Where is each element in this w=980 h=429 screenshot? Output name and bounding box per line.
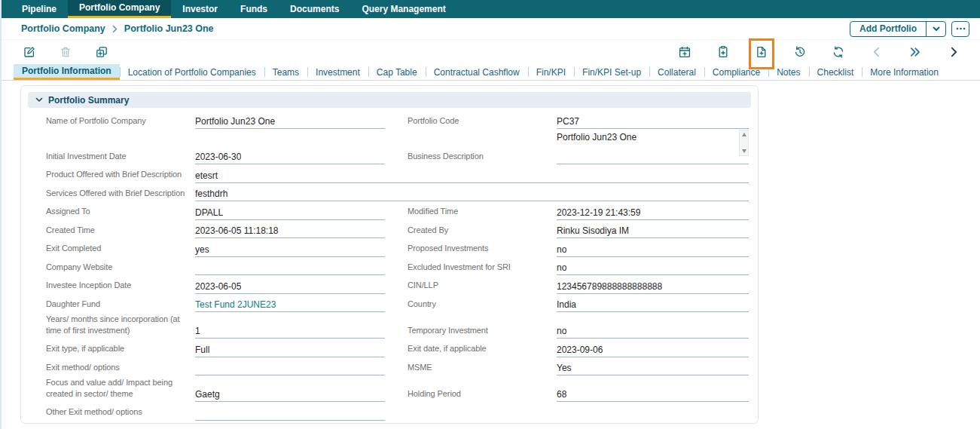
note-add-icon[interactable] (716, 45, 730, 59)
field-msme: Yes (557, 357, 749, 376)
field-value-services-offered-with-brief-description: festhdrh (195, 188, 227, 201)
field-value-focus-and-value-add-impact-being-created-in-sector-theme: Gaetg (195, 389, 220, 401)
tab-cap-table[interactable]: Cap Table (368, 64, 426, 80)
field-label-msme: MSME (408, 362, 557, 375)
add-portfolio-button[interactable]: Add Portfolio (850, 22, 926, 36)
tab-location-of-portfolio-companies[interactable]: Location of Portfolio Companies (120, 64, 264, 80)
sync-icon[interactable] (832, 45, 845, 59)
field-modified-time: 2023-12-19 21:43:59 (557, 201, 749, 220)
form-row: Exit method/ optionsMSMEYes (46, 357, 758, 376)
field-label-other-exit-method-options: Other Exit method/ options (46, 406, 195, 420)
double-chevron-right-icon[interactable] (908, 45, 922, 59)
field-daughter-fund: Test Fund 2JUNE23 (195, 294, 385, 313)
field-product-offered-with-brief-description: etesrt (195, 164, 749, 183)
form-row: Company WebsiteExcluded Investment for S… (46, 257, 758, 276)
nav-item-investor[interactable]: Investor (171, 0, 229, 18)
field-exit-completed: yes (195, 238, 385, 257)
collapse-chevron-icon[interactable] (35, 97, 43, 103)
field-link-daughter-fund[interactable]: Test Fund 2JUNE23 (195, 299, 276, 311)
calendar-add-icon[interactable] (678, 45, 691, 59)
nav-item-documents[interactable]: Documents (279, 0, 350, 18)
add-portfolio-dropdown-button[interactable] (926, 22, 945, 36)
field-label-product-offered-with-brief-description: Product Offered with Brief Description (46, 169, 195, 182)
field-holding-period: 68 (557, 375, 749, 402)
scroll-up-icon[interactable] (742, 133, 746, 136)
form-row: Created Time2023-06-05 11:18:18Created B… (46, 220, 758, 239)
field-label-excluded-investment-for-sri: Excluded Investment for SRI (408, 262, 557, 275)
form-row: Assigned ToDPALLModified Time2023-12-19 … (46, 201, 758, 220)
ellipsis-icon (956, 27, 966, 30)
field-assigned-to: DPALL (195, 201, 385, 220)
field-value-exit-completed: yes (195, 244, 209, 256)
nav-item-pipeline[interactable]: Pipeline (11, 0, 68, 18)
field-value-portfolio-code: PC37 (557, 116, 579, 128)
tab-contractual-cashflow[interactable]: Contractual Cashflow (426, 64, 528, 80)
toolbar (0, 40, 980, 64)
field-value-initial-investment-date: 2023-06-30 (195, 152, 241, 164)
field-exit-method-options (195, 357, 385, 376)
more-actions-button[interactable] (951, 21, 969, 37)
field-label-business-description: Business Description (408, 151, 557, 164)
field-label-name-of-portfolio-company: Name of Portfolio Company (46, 115, 195, 129)
field-label-holding-period: Holding Period (408, 388, 557, 402)
history-icon[interactable] (793, 45, 807, 59)
field-label-cin-llp: CIN/LLP (408, 280, 557, 293)
tab-teams[interactable]: Teams (264, 64, 307, 80)
window-edge (0, 0, 2, 429)
tab-fin-kpi-set-up[interactable]: Fin/KPI Set-up (574, 64, 649, 80)
field-label-created-time: Created Time (46, 225, 195, 238)
portfolio-summary-section-header[interactable]: Portfolio Summary (28, 92, 751, 108)
portfolio-summary-form: Name of Portfolio CompanyPortfolio Jun23… (21, 109, 758, 421)
highlight-box (749, 38, 774, 69)
form-row: Exit CompletedyesProposed Investmentsno (46, 238, 758, 257)
field-initial-investment-date: 2023-06-30 (195, 129, 385, 164)
textarea-scrollbar[interactable] (739, 130, 749, 156)
field-value-created-by: Rinku Sisodiya IM (557, 225, 629, 237)
toolbar-right-group (678, 45, 960, 59)
form-row: Product Offered with Brief Descriptionet… (46, 164, 758, 183)
tab-notes[interactable]: Notes (768, 64, 808, 80)
field-excluded-investment-for-sri: no (557, 257, 749, 276)
field-other-exit-method-options (195, 402, 385, 421)
copy-icon[interactable] (95, 45, 108, 59)
toolbar-left-group (23, 45, 108, 59)
field-value-exit-type-if-applicable: Full (195, 345, 209, 357)
form-row: Focus and value add/ Impact being create… (46, 375, 758, 402)
field-value-proposed-investments: no (557, 244, 566, 256)
field-temporary-investment: no (557, 312, 749, 339)
field-created-time: 2023-06-05 11:18:18 (195, 220, 385, 239)
edit-icon[interactable] (23, 45, 36, 59)
field-value-msme: Yes (557, 363, 572, 375)
field-label-exit-date-if-applicable: Exit date, if applicable (408, 343, 557, 357)
tab-portfolio-information[interactable]: Portfolio Information (14, 64, 120, 80)
field-value-cin-llp: 123456789888888888888 (557, 281, 662, 293)
scroll-down-icon[interactable] (742, 149, 746, 153)
tab-more-information[interactable]: More Information (862, 64, 947, 80)
field-value-exit-date-if-applicable: 2023-09-06 (557, 345, 603, 357)
breadcrumb-current-page: Portfolio Jun23 One (124, 23, 214, 34)
form-row: Daughter FundTest Fund 2JUNE23CountryInd… (46, 294, 758, 313)
nav-item-query-management[interactable]: Query Management (350, 0, 456, 18)
form-row: Investee Inception Date2023-06-05CIN/LLP… (46, 275, 758, 294)
field-cin-llp: 123456789888888888888 (557, 275, 749, 294)
field-value-temporary-investment: no (557, 326, 566, 338)
field-textarea-business-description[interactable]: Portfolio Jun23 One (557, 129, 749, 164)
breadcrumb-portfolio-company[interactable]: Portfolio Company (21, 23, 105, 34)
document-add-icon[interactable] (755, 45, 768, 59)
field-label-daughter-fund: Daughter Fund (46, 299, 195, 312)
chevron-left-icon (870, 45, 884, 59)
tab-checklist[interactable]: Checklist (809, 64, 862, 80)
field-years-months-since-incorporation-at-time-of-first-investment: 1 (195, 312, 385, 339)
field-label-temporary-investment: Temporary Investment (408, 325, 557, 339)
breadcrumb: Portfolio Company Portfolio Jun23 One Ad… (0, 18, 980, 40)
tab-fin-kpi[interactable]: Fin/KPI (528, 64, 574, 80)
tab-investment[interactable]: Investment (307, 64, 368, 80)
top-nav: PipelinePortfolio CompanyInvestorFundsDo… (0, 0, 980, 18)
nav-item-portfolio-company[interactable]: Portfolio Company (68, 0, 171, 18)
textarea-text: Portfolio Jun23 One (557, 132, 637, 142)
portfolio-information-panel: Portfolio Summary Name of Portfolio Comp… (20, 85, 759, 424)
field-exit-type-if-applicable: Full (195, 339, 385, 357)
chevron-right-icon[interactable] (947, 45, 960, 59)
tab-collateral[interactable]: Collateral (649, 64, 704, 80)
nav-item-funds[interactable]: Funds (229, 0, 279, 18)
